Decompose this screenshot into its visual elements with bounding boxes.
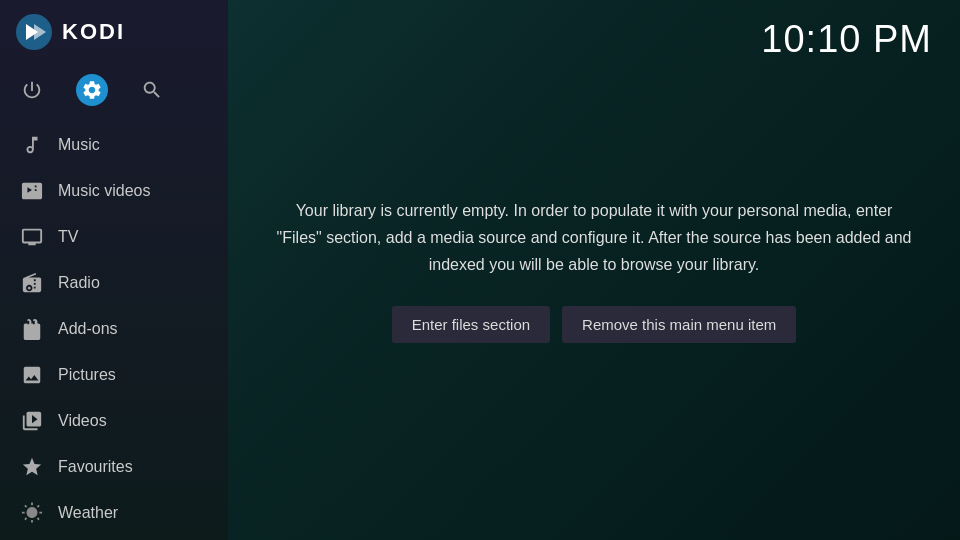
sidebar-item-weather[interactable]: Weather <box>0 490 228 536</box>
favourites-label: Favourites <box>58 458 133 476</box>
tv-icon <box>20 225 44 249</box>
search-button[interactable] <box>136 74 168 106</box>
settings-button[interactable] <box>76 74 108 106</box>
search-icon <box>141 79 163 101</box>
videos-label: Videos <box>58 412 107 430</box>
power-icon <box>21 79 43 101</box>
sidebar-item-music[interactable]: Music <box>0 122 228 168</box>
sidebar-item-add-ons[interactable]: Add-ons <box>0 306 228 352</box>
weather-label: Weather <box>58 504 118 522</box>
addon-icon <box>20 317 44 341</box>
addons-label: Add-ons <box>58 320 118 338</box>
videos-icon <box>20 409 44 433</box>
pictures-icon <box>20 363 44 387</box>
power-button[interactable] <box>16 74 48 106</box>
radio-label: Radio <box>58 274 100 292</box>
app-header: KODI <box>0 0 228 64</box>
pictures-label: Pictures <box>58 366 116 384</box>
music-video-icon <box>20 179 44 203</box>
kodi-logo-icon <box>16 14 52 50</box>
sidebar-item-pictures[interactable]: Pictures <box>0 352 228 398</box>
sidebar-item-music-videos[interactable]: Music videos <box>0 168 228 214</box>
sidebar-item-radio[interactable]: Radio <box>0 260 228 306</box>
toolbar <box>0 64 228 122</box>
dialog-actions: Enter files section Remove this main men… <box>274 306 914 343</box>
remove-menu-item-button[interactable]: Remove this main menu item <box>562 306 796 343</box>
app-title: KODI <box>62 19 125 45</box>
music-icon <box>20 133 44 157</box>
star-icon <box>20 455 44 479</box>
settings-icon <box>81 79 103 101</box>
weather-icon <box>20 501 44 525</box>
enter-files-button[interactable]: Enter files section <box>392 306 550 343</box>
empty-library-dialog: Your library is currently empty. In orde… <box>254 177 934 364</box>
tv-label: TV <box>58 228 78 246</box>
sidebar: KODI Music <box>0 0 228 540</box>
radio-icon <box>20 271 44 295</box>
sidebar-item-videos[interactable]: Videos <box>0 398 228 444</box>
main-content: 10:10 PM Your library is currently empty… <box>228 0 960 540</box>
dialog-message: Your library is currently empty. In orde… <box>274 197 914 279</box>
clock-display: 10:10 PM <box>761 18 932 61</box>
sidebar-item-tv[interactable]: TV <box>0 214 228 260</box>
music-label: Music <box>58 136 100 154</box>
main-nav: Music Music videos TV Radio Add-ons <box>0 122 228 540</box>
sidebar-item-favourites[interactable]: Favourites <box>0 444 228 490</box>
music-videos-label: Music videos <box>58 182 150 200</box>
